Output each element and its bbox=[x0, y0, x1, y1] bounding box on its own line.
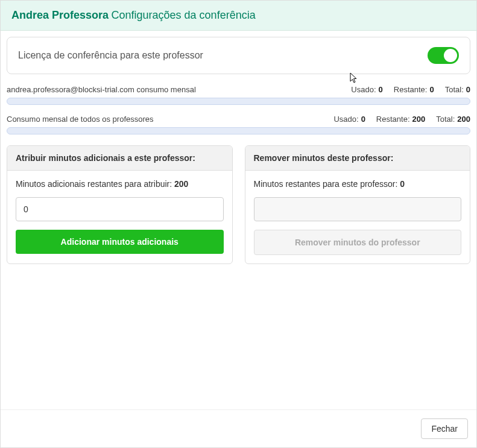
toggle-knob-icon bbox=[444, 49, 457, 62]
all-usage-label: Consumo mensal de todos os professores bbox=[7, 115, 333, 124]
teacher-usage-bar bbox=[7, 98, 470, 105]
all-usage-line: Consumo mensal de todos os professores U… bbox=[7, 115, 470, 124]
assign-panel-body: Minutos adicionais restantes para atribu… bbox=[7, 171, 232, 262]
all-usage-stats: Usado:0 Restante:200 Total:200 bbox=[333, 115, 470, 124]
license-row: Licença de conferência para este profess… bbox=[7, 37, 470, 74]
remove-minutes-input bbox=[254, 197, 462, 221]
assign-minutes-input[interactable] bbox=[16, 197, 224, 221]
remove-panel: Remover minutos deste professor: Minutos… bbox=[245, 145, 471, 264]
add-minutes-button[interactable]: Adicionar minutos adicionais bbox=[16, 230, 224, 254]
teacher-usage-block: andrea.professora@blocksi-trial.com cons… bbox=[7, 85, 470, 105]
license-label: Licença de conferência para este profess… bbox=[18, 50, 203, 61]
remove-panel-body: Minutos restantes para este professor: 0… bbox=[245, 171, 470, 263]
close-button[interactable]: Fechar bbox=[421, 418, 468, 439]
modal-subtitle: Configurações da conferência bbox=[112, 9, 256, 21]
teacher-usage-label: andrea.professora@blocksi-trial.com cons… bbox=[7, 85, 351, 94]
teacher-usage-stats: Usado:0 Restante:0 Total:0 bbox=[351, 85, 470, 94]
assign-panel: Atribuir minutos adicionais a este profe… bbox=[7, 145, 233, 264]
remove-panel-title: Remover minutos deste professor: bbox=[245, 146, 470, 171]
modal-header: Andrea Professora Configurações da confe… bbox=[1, 1, 476, 31]
modal-content: Licença de conferência para este profess… bbox=[1, 31, 476, 409]
panels-row: Atribuir minutos adicionais a este profe… bbox=[7, 145, 470, 264]
remove-minutes-button: Remover minutos do professor bbox=[254, 230, 462, 255]
all-usage-bar bbox=[7, 127, 470, 134]
license-toggle[interactable] bbox=[428, 47, 459, 64]
all-usage-block: Consumo mensal de todos os professores U… bbox=[7, 115, 470, 134]
assign-info-line: Minutos adicionais restantes para atribu… bbox=[16, 179, 224, 189]
remove-info-line: Minutos restantes para este professor: 0 bbox=[254, 179, 462, 189]
teacher-usage-line: andrea.professora@blocksi-trial.com cons… bbox=[7, 85, 470, 94]
modal-footer: Fechar bbox=[1, 409, 476, 447]
assign-panel-title: Atribuir minutos adicionais a este profe… bbox=[7, 146, 232, 171]
teacher-name: Andrea Professora bbox=[11, 9, 109, 21]
